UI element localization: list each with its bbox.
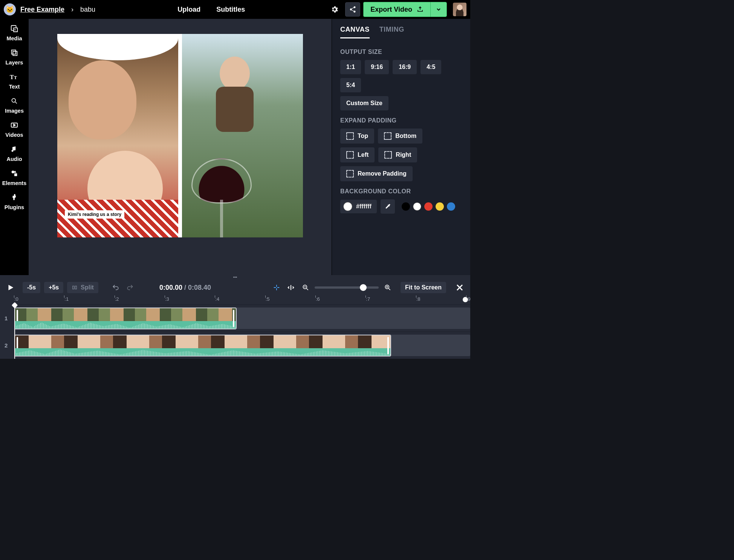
timeline-tracks: 1 2 xyxy=(0,304,470,359)
custom-size-button[interactable]: Custom Size xyxy=(340,96,388,110)
audio-icon xyxy=(10,145,19,154)
zoom-controls xyxy=(302,284,391,291)
timeline-section: ••• -5s +5s Split 0:00.00 / 0:08.40 xyxy=(0,275,470,359)
upload-link[interactable]: Upload xyxy=(177,6,200,14)
export-button[interactable]: Export Video xyxy=(363,2,430,17)
ratio-16-9[interactable]: 16:9 xyxy=(393,60,417,74)
canvas-caption: Kimi's reading us a story xyxy=(65,210,124,219)
export-icon xyxy=(417,6,424,13)
eyedropper-button[interactable] xyxy=(381,199,395,214)
svg-text:T: T xyxy=(14,75,17,80)
pad-right-label: Right xyxy=(396,151,411,158)
pad-top-icon xyxy=(346,132,354,140)
ruler-tick: :9 xyxy=(466,296,471,302)
svg-point-5 xyxy=(12,98,15,102)
tab-timing[interactable]: TIMING xyxy=(379,26,404,38)
track-number: 2 xyxy=(5,342,8,349)
fit-to-screen-button[interactable]: Fit to Screen xyxy=(401,282,446,293)
right-panel: CANVAS TIMING OUTPUT SIZE 1:1 9:16 16:9 … xyxy=(332,19,470,275)
pad-right[interactable]: Right xyxy=(378,147,417,162)
search-icon xyxy=(10,96,19,106)
rail-images[interactable]: Images xyxy=(5,96,24,114)
rail-label: Videos xyxy=(5,132,23,138)
breadcrumb-separator: › xyxy=(71,6,73,14)
back-5s-button[interactable]: -5s xyxy=(23,282,40,293)
zoom-in-button[interactable] xyxy=(384,284,391,291)
rail-plugins[interactable]: Plugins xyxy=(5,193,24,210)
rail-label: Images xyxy=(5,108,24,114)
tab-canvas[interactable]: CANVAS xyxy=(340,26,370,38)
preset-swatches xyxy=(402,202,455,211)
pad-bottom[interactable]: Bottom xyxy=(378,129,422,144)
trim-mode-button[interactable] xyxy=(287,283,295,292)
clip-handle-right[interactable] xyxy=(233,310,234,327)
project-name[interactable]: babu xyxy=(80,6,95,14)
workspace-link[interactable]: Free Example xyxy=(20,6,64,14)
top-bar: 🐱 Free Example › babu Upload Subtitles E… xyxy=(0,0,470,19)
share-icon xyxy=(349,6,356,13)
export-dropdown[interactable] xyxy=(430,2,447,17)
remove-padding[interactable]: Remove Padding xyxy=(340,166,413,181)
swatch-white[interactable] xyxy=(413,202,421,211)
zoom-out-button[interactable] xyxy=(302,284,309,291)
clip-2[interactable] xyxy=(14,335,391,357)
timecode: 0:00.00 / 0:08.40 xyxy=(159,284,211,292)
ruler-tick: :3 xyxy=(165,296,169,302)
bg-color-input[interactable]: #ffffff xyxy=(340,200,377,213)
svg-point-7 xyxy=(12,171,14,173)
timeline-ruler[interactable]: :0:1:2:3:4:5:6:7:8:9 xyxy=(0,296,470,304)
forward-5s-button[interactable]: +5s xyxy=(44,282,63,293)
timeline-resize-handle[interactable]: ••• xyxy=(0,275,470,279)
rail-layers[interactable]: Layers xyxy=(6,48,23,66)
close-timeline-button[interactable] xyxy=(454,282,465,293)
video-canvas[interactable]: Kimi's reading us a story xyxy=(57,34,303,237)
clip-1[interactable] xyxy=(14,308,237,329)
swatch-red[interactable] xyxy=(424,202,433,211)
track-row-1[interactable]: 1 xyxy=(14,304,470,332)
zoom-thumb[interactable] xyxy=(360,284,367,291)
export-label: Export Video xyxy=(370,6,412,14)
bg-color-swatch xyxy=(343,202,352,211)
svg-rect-1 xyxy=(12,50,16,54)
pad-top[interactable]: Top xyxy=(340,129,374,144)
ratio-4-5[interactable]: 4:5 xyxy=(421,60,441,74)
play-button[interactable] xyxy=(5,282,16,293)
rail-audio[interactable]: Audio xyxy=(6,145,22,162)
pad-left[interactable]: Left xyxy=(340,147,375,162)
rail-videos[interactable]: Videos xyxy=(5,121,23,138)
split-label: Split xyxy=(81,284,94,291)
rail-media[interactable]: Media xyxy=(6,24,22,41)
track-row-2[interactable]: 2 xyxy=(14,332,470,359)
user-avatar[interactable] xyxy=(453,3,466,16)
rail-label: Audio xyxy=(6,156,22,162)
swatch-blue[interactable] xyxy=(447,202,455,211)
zoom-slider[interactable] xyxy=(315,286,379,289)
ratio-5-4[interactable]: 5:4 xyxy=(340,78,361,92)
playhead[interactable] xyxy=(14,304,15,359)
ratio-9-16[interactable]: 9:16 xyxy=(365,60,389,74)
pad-left-label: Left xyxy=(358,151,369,158)
swatch-black[interactable] xyxy=(402,202,410,211)
subtitles-link[interactable]: Subtitles xyxy=(216,6,245,14)
split-button[interactable]: Split xyxy=(67,282,98,293)
rail-text[interactable]: TT Text xyxy=(9,72,20,90)
rail-elements[interactable]: Elements xyxy=(2,169,26,186)
redo-button[interactable] xyxy=(125,282,135,293)
ratio-1-1[interactable]: 1:1 xyxy=(340,60,361,74)
canvas-area[interactable]: Kimi's reading us a story xyxy=(29,19,332,275)
remove-padding-label: Remove Padding xyxy=(358,170,407,177)
output-size-label: OUTPUT SIZE xyxy=(340,49,462,55)
clip-handle-right[interactable] xyxy=(387,337,389,354)
plugins-icon xyxy=(10,193,19,202)
snap-button[interactable] xyxy=(272,283,281,292)
rail-label: Plugins xyxy=(5,204,24,210)
time-current: 0:00.00 xyxy=(159,284,182,291)
svg-rect-2 xyxy=(13,51,17,55)
undo-button[interactable] xyxy=(110,282,121,293)
share-button[interactable] xyxy=(345,2,360,17)
video-icon xyxy=(10,121,19,130)
swatch-yellow[interactable] xyxy=(436,202,444,211)
settings-button[interactable] xyxy=(327,2,342,17)
gear-icon xyxy=(330,5,339,14)
workspace-avatar[interactable]: 🐱 xyxy=(4,3,16,15)
